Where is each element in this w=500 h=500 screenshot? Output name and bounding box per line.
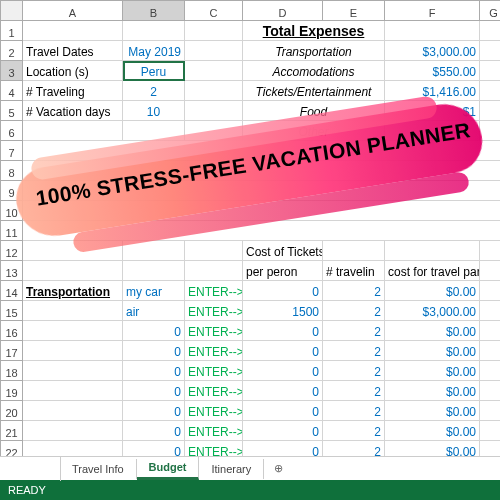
transport-mode[interactable]: 0 <box>123 441 185 457</box>
transport-mode[interactable]: 0 <box>123 401 185 421</box>
transport-perperson[interactable]: 1500 <box>243 301 323 321</box>
value-food-total[interactable]: $1 <box>385 101 480 121</box>
row-header[interactable]: 16 <box>1 321 23 341</box>
row-header[interactable]: 3 <box>1 61 23 81</box>
transport-perperson[interactable]: 0 <box>243 321 323 341</box>
transport-cost[interactable]: $0.00 <box>385 421 480 441</box>
transport-mode[interactable]: 0 <box>123 321 185 341</box>
row-header[interactable]: 21 <box>1 421 23 441</box>
col-header-E[interactable]: E <box>323 1 385 21</box>
cell[interactable] <box>480 101 501 121</box>
tab-itinerary[interactable]: Itinerary <box>199 459 264 479</box>
label-transportation-total[interactable]: Transportation <box>243 41 385 61</box>
cell[interactable] <box>480 441 501 457</box>
transport-num[interactable]: 2 <box>323 321 385 341</box>
row-header[interactable]: 7 <box>1 141 23 161</box>
cell[interactable] <box>23 221 501 241</box>
cell[interactable] <box>23 301 123 321</box>
tab-travel-info[interactable]: Travel Info <box>60 459 137 479</box>
enter-hint[interactable]: ENTER--> <box>185 301 243 321</box>
cell[interactable] <box>23 161 501 181</box>
transport-perperson[interactable]: 0 <box>243 381 323 401</box>
grid[interactable]: A B C D E F G 1 Total Expenses 2 Travel … <box>0 0 500 456</box>
row-header[interactable]: 4 <box>1 81 23 101</box>
row-header[interactable]: 12 <box>1 241 23 261</box>
cell[interactable] <box>23 361 123 381</box>
transport-num[interactable]: 2 <box>323 381 385 401</box>
enter-hint[interactable]: ENTER--> <box>185 281 243 301</box>
row-header[interactable]: 22 <box>1 441 23 457</box>
transport-mode[interactable]: 0 <box>123 361 185 381</box>
cell[interactable] <box>185 101 243 121</box>
row-header[interactable]: 9 <box>1 181 23 201</box>
cell[interactable] <box>23 261 123 281</box>
col-header-G[interactable]: G <box>480 1 501 21</box>
value-accomodations-total[interactable]: $550.00 <box>385 61 480 81</box>
cell[interactable] <box>23 321 123 341</box>
enter-hint[interactable]: ENTER--> <box>185 361 243 381</box>
value-num-traveling[interactable]: 2 <box>123 81 185 101</box>
cell[interactable] <box>123 21 185 41</box>
transport-num[interactable]: 2 <box>323 421 385 441</box>
header-cost-party[interactable]: cost for travel party <box>385 261 480 281</box>
label-other-total[interactable]: Other <box>243 121 385 141</box>
cell[interactable] <box>480 321 501 341</box>
cell[interactable] <box>23 201 501 221</box>
row-header[interactable]: 5 <box>1 101 23 121</box>
transport-perperson[interactable]: 0 <box>243 441 323 457</box>
cell[interactable] <box>23 121 123 141</box>
row-header[interactable]: 19 <box>1 381 23 401</box>
cell[interactable] <box>480 261 501 281</box>
cell[interactable] <box>480 121 501 141</box>
enter-hint[interactable]: ENTER--> <box>185 441 243 457</box>
transport-mode[interactable]: 0 <box>123 341 185 361</box>
enter-hint[interactable]: ENTER--> <box>185 341 243 361</box>
row-header[interactable]: 15 <box>1 301 23 321</box>
selected-cell-location[interactable]: Peru <box>123 61 185 81</box>
transport-num[interactable]: 2 <box>323 281 385 301</box>
cell[interactable] <box>323 241 385 261</box>
transport-perperson[interactable]: 0 <box>243 281 323 301</box>
cell[interactable] <box>23 401 123 421</box>
cell[interactable] <box>185 261 243 281</box>
col-header-B[interactable]: B <box>123 1 185 21</box>
cell[interactable] <box>480 421 501 441</box>
transport-cost[interactable]: $0.00 <box>385 361 480 381</box>
row-header[interactable]: 13 <box>1 261 23 281</box>
row-header[interactable]: 2 <box>1 41 23 61</box>
cell[interactable] <box>123 241 185 261</box>
label-food-total[interactable]: Food <box>243 101 385 121</box>
cell[interactable] <box>480 241 501 261</box>
row-header[interactable]: 14 <box>1 281 23 301</box>
transport-cost[interactable]: $0.00 <box>385 321 480 341</box>
cell[interactable] <box>480 341 501 361</box>
row-header[interactable]: 18 <box>1 361 23 381</box>
cell[interactable] <box>23 381 123 401</box>
transport-perperson[interactable]: 0 <box>243 361 323 381</box>
cell[interactable] <box>480 81 501 101</box>
transport-mode[interactable]: 0 <box>123 381 185 401</box>
row-header[interactable]: 17 <box>1 341 23 361</box>
transport-num[interactable]: 2 <box>323 301 385 321</box>
select-all-corner[interactable] <box>1 1 23 21</box>
cell[interactable] <box>185 61 243 81</box>
transport-mode[interactable]: air <box>123 301 185 321</box>
cell[interactable] <box>480 61 501 81</box>
cell[interactable] <box>385 21 480 41</box>
cell[interactable] <box>480 41 501 61</box>
cell[interactable] <box>185 81 243 101</box>
cell[interactable] <box>23 141 501 161</box>
col-header-F[interactable]: F <box>385 1 480 21</box>
enter-hint[interactable]: ENTER--> <box>185 381 243 401</box>
row-header[interactable]: 11 <box>1 221 23 241</box>
cell[interactable] <box>480 381 501 401</box>
add-sheet-button[interactable]: ⊕ <box>264 458 293 479</box>
header-num-traveling[interactable]: # travelin <box>323 261 385 281</box>
enter-hint[interactable]: ENTER--> <box>185 321 243 341</box>
cell[interactable] <box>480 21 501 41</box>
value-transportation-total[interactable]: $3,000.00 <box>385 41 480 61</box>
label-num-traveling[interactable]: # Traveling <box>23 81 123 101</box>
cell[interactable] <box>185 121 243 141</box>
transport-perperson[interactable]: 0 <box>243 421 323 441</box>
transport-mode[interactable]: my car <box>123 281 185 301</box>
